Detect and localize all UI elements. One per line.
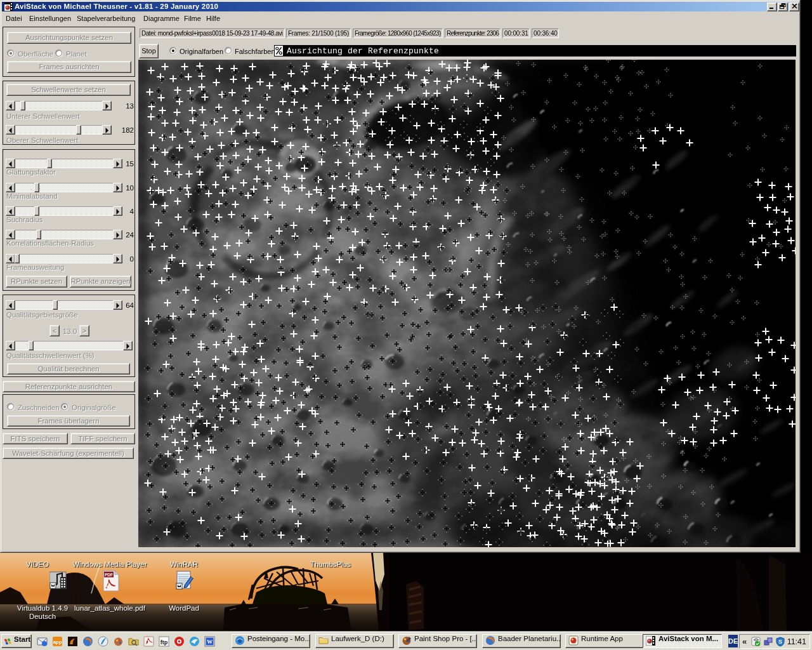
svg-text:S: S — [778, 639, 782, 645]
svg-text:PDF: PDF — [105, 573, 113, 577]
svg-text:W: W — [207, 639, 213, 645]
svg-text:ftp: ftp — [160, 639, 168, 646]
svg-text:app: app — [53, 639, 62, 645]
